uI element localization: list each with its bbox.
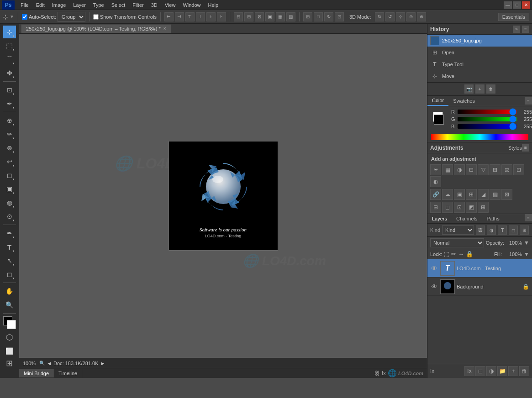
lock-position[interactable]: ✏	[451, 251, 456, 257]
dist-right[interactable]: ⊠	[255, 12, 264, 21]
align-top[interactable]: ⊥	[196, 12, 205, 21]
close-button[interactable]: ✕	[522, 1, 530, 9]
menu-help[interactable]: Help	[205, 1, 222, 9]
gradient-tool[interactable]: ▣▼	[3, 183, 16, 195]
tab-layers[interactable]: Layers	[427, 214, 452, 223]
auto-select-dropdown[interactable]: Group Layer	[58, 12, 85, 22]
3d-scale[interactable]: ⊕	[417, 12, 426, 21]
dist-mid[interactable]: ▦	[276, 12, 285, 21]
lock-all[interactable]: 🔒	[466, 251, 473, 257]
layer-row-0[interactable]: 👁 T LO4D.com - Testing	[427, 259, 532, 278]
color-panel-menu[interactable]: ≡	[525, 97, 532, 105]
kind-select[interactable]: Kind	[442, 225, 474, 235]
pen-tool[interactable]: ✒▼	[3, 227, 16, 240]
menu-edit[interactable]: Edit	[33, 1, 48, 9]
history-item-3[interactable]: ⊹ Move	[427, 70, 532, 82]
layers-panel-menu[interactable]: ≡	[525, 214, 532, 221]
color-tab-swatches[interactable]: Swatches	[448, 96, 479, 105]
adj-selective-color[interactable]: ⊠	[501, 189, 512, 200]
color-spectrum-bar[interactable]	[431, 134, 528, 140]
type-tool[interactable]: T▼	[3, 241, 16, 253]
menu-select[interactable]: Select	[108, 1, 129, 9]
hand-tool[interactable]: ✋	[3, 285, 16, 298]
history-menu-btn[interactable]: ≡	[522, 26, 529, 33]
adj-vibrance[interactable]: ▽	[478, 164, 489, 175]
dist-center[interactable]: ⊞	[244, 12, 253, 21]
adj-gradient-map[interactable]: ▧	[490, 189, 500, 200]
color-tab-color[interactable]: Color	[427, 96, 448, 106]
adj-channel-mix[interactable]: 🔗	[430, 189, 441, 200]
canvas-tool[interactable]: □	[314, 12, 323, 21]
minimize-button[interactable]: —	[504, 1, 512, 9]
adj-extra-1[interactable]: ⊟	[430, 202, 441, 213]
path-select-tool[interactable]: ↖▼	[3, 254, 16, 267]
history-item-2[interactable]: T Type Tool	[427, 58, 532, 70]
menu-window[interactable]: Window	[179, 1, 204, 9]
3d-pan[interactable]: ⊹	[396, 12, 405, 21]
adj-curves[interactable]: ◑	[454, 164, 465, 175]
selection-tool[interactable]: ⬚▼	[3, 39, 16, 52]
status-next-arrow[interactable]: ►	[100, 361, 105, 366]
color-fg-bg-swatches[interactable]	[433, 112, 446, 125]
adj-invert[interactable]: ▣	[454, 189, 465, 200]
align-left[interactable]: ⊢	[164, 12, 174, 21]
adj-extra-4[interactable]: ◩	[466, 202, 477, 213]
align-bottom[interactable]: ⊦	[217, 12, 226, 21]
blue-slider[interactable]	[458, 124, 516, 129]
add-layer-style-btn[interactable]: fx	[464, 366, 474, 376]
quick-mask-mode[interactable]: ⬡	[3, 331, 16, 344]
spot-heal-tool[interactable]: ⊕▼	[3, 114, 16, 127]
move-tool[interactable]: ⊹▼	[3, 26, 16, 38]
adj-brightness[interactable]: ☀	[430, 164, 441, 175]
extra-tool[interactable]: ⊡	[335, 12, 344, 21]
menu-type[interactable]: Type	[90, 1, 107, 9]
adj-photo[interactable]: ◐	[430, 176, 441, 187]
eyedropper-tool[interactable]: ✒▼	[3, 97, 16, 110]
rotate-view-tool[interactable]: ⊞	[6, 358, 13, 368]
align-center-h[interactable]: ⊣	[175, 12, 184, 21]
maximize-button[interactable]: □	[513, 1, 521, 9]
dist-bottom[interactable]: ▧	[286, 12, 295, 21]
layer-row-1[interactable]: 👁 Background 🔒	[427, 278, 532, 296]
transform-checkbox[interactable]	[93, 14, 99, 20]
shape-tool[interactable]: ◻▼	[3, 268, 16, 281]
lock-move[interactable]: ↔	[458, 251, 464, 257]
menu-filter[interactable]: Filter	[129, 1, 147, 9]
auto-select-checkbox[interactable]	[22, 14, 27, 20]
new-snapshot-btn[interactable]: 📷	[464, 84, 474, 94]
adj-balance[interactable]: ⚖	[501, 164, 512, 175]
dodge-tool[interactable]: ⊙▼	[3, 210, 16, 223]
menu-3d[interactable]: 3D	[148, 1, 161, 9]
3d-roll[interactable]: ↺	[385, 12, 395, 21]
lock-pixels[interactable]: ⬚	[444, 251, 449, 257]
document-tab[interactable]: 250x250_logo.jpg @ 100% (LO4D.com – Test…	[21, 24, 171, 33]
menu-image[interactable]: Image	[49, 1, 69, 9]
filter-pixel[interactable]: 🖼	[476, 225, 485, 235]
align-right[interactable]: ⊤	[185, 12, 195, 21]
adj-posterize[interactable]: ⊞	[466, 189, 477, 200]
tab-channels[interactable]: Channels	[452, 214, 482, 223]
add-group-btn[interactable]: 📁	[497, 366, 507, 376]
blur-tool[interactable]: ◍▼	[3, 196, 16, 209]
adj-bw[interactable]: ⊡	[513, 164, 524, 175]
green-slider[interactable]	[458, 117, 516, 121]
blend-mode-select[interactable]: Normal Multiply Screen	[430, 238, 484, 247]
delete-layer-btn[interactable]: 🗑	[519, 366, 529, 376]
color-swatches[interactable]	[3, 316, 16, 329]
crop-tool[interactable]: ⊡▼	[3, 84, 16, 96]
tab-mini-bridge[interactable]: Mini Bridge	[19, 369, 54, 377]
brush-tool[interactable]: ✏▼	[3, 128, 16, 141]
arrange-tool[interactable]: ⊞	[303, 12, 312, 21]
history-item-1[interactable]: ⊞ Open	[427, 47, 532, 58]
lasso-tool[interactable]: ⌒▼	[3, 53, 16, 66]
adj-panel-menu[interactable]: ≡	[522, 144, 529, 152]
tab-timeline[interactable]: Timeline	[54, 369, 82, 377]
filter-shape[interactable]: ◻	[509, 225, 518, 235]
new-document-btn[interactable]: +	[475, 84, 485, 94]
tab-close-button[interactable]: ×	[163, 26, 166, 31]
workspace-label[interactable]: Essentials	[498, 13, 529, 21]
menu-file[interactable]: File	[17, 1, 32, 9]
rotate-tool[interactable]: ↻	[324, 12, 333, 21]
adj-exposure[interactable]: ⊟	[466, 164, 477, 175]
3d-slide[interactable]: ⊛	[406, 12, 416, 21]
